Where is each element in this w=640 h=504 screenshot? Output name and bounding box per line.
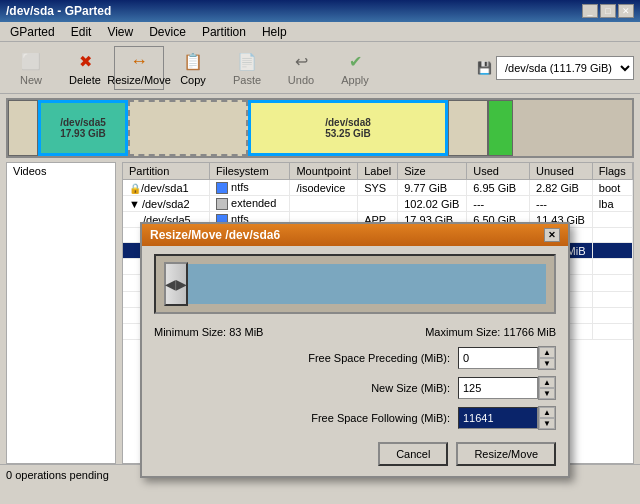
new-size-row: New Size (MiB): ▲ ▼ [154, 376, 556, 400]
sda8-size: 53.25 GiB [325, 128, 371, 139]
resize-icon [130, 49, 148, 72]
hdd-icon: 💾 [477, 61, 492, 75]
delete-icon [79, 49, 92, 72]
copy-icon [183, 49, 203, 72]
middle-block [128, 100, 248, 156]
free-space-following-row: Free Space Following (MiB): ▲ ▼ [154, 406, 556, 430]
free-space-following-input[interactable] [458, 407, 538, 429]
undo-button[interactable]: Undo [276, 46, 326, 90]
modal-title-text: Resize/Move /dev/sda6 [150, 228, 280, 242]
slider-handle[interactable]: ◀▶ [164, 262, 188, 306]
copy-button[interactable]: Copy [168, 46, 218, 90]
menu-edit[interactable]: Edit [65, 24, 98, 40]
min-size-label: Minimum Size: 83 MiB [154, 326, 263, 338]
resize-button[interactable]: Resize/Move [114, 46, 164, 90]
undo-icon [295, 49, 308, 72]
free-space-preceding-input[interactable] [458, 347, 538, 369]
free-space-following-label: Free Space Following (MiB): [154, 412, 458, 424]
free-space-following-down[interactable]: ▼ [539, 418, 555, 429]
paste-icon [237, 49, 257, 72]
sda5-label: /dev/sda5 [60, 117, 106, 128]
toolbar: New Delete Resize/Move Copy Paste Undo A… [0, 42, 640, 94]
resize-modal: Resize/Move /dev/sda6 ✕ ◀▶ Minimum Size:… [140, 222, 570, 478]
free-space-preceding-label: Free Space Preceding (MiB): [154, 352, 458, 364]
resize-slider[interactable]: ◀▶ [154, 254, 556, 314]
status-text: 0 operations pending [6, 469, 109, 481]
new-size-input-group: ▲ ▼ [458, 376, 556, 400]
delete-label: Delete [69, 74, 101, 86]
resize-move-button[interactable]: Resize/Move [456, 442, 556, 466]
new-size-down[interactable]: ▼ [539, 388, 555, 399]
free-space-preceding-input-group: ▲ ▼ [458, 346, 556, 370]
main-content: /dev/sda5 17.93 GiB /dev/sda8 53.25 GiB … [0, 94, 640, 484]
unalloc-right-block [448, 100, 488, 156]
modal-overlay: Resize/Move /dev/sda6 ✕ ◀▶ Minimum Size:… [0, 162, 640, 464]
paste-label: Paste [233, 74, 261, 86]
resize-label: Resize/Move [107, 74, 171, 86]
delete-button[interactable]: Delete [60, 46, 110, 90]
new-button[interactable]: New [6, 46, 56, 90]
free-space-preceding-up[interactable]: ▲ [539, 347, 555, 358]
cancel-button[interactable]: Cancel [378, 442, 448, 466]
apply-button[interactable]: Apply [330, 46, 380, 90]
unalloc-left-block [8, 100, 38, 156]
free-space-preceding-spinner: ▲ ▼ [538, 346, 556, 370]
modal-body: ◀▶ Minimum Size: 83 MiB Maximum Size: 11… [142, 246, 568, 476]
modal-title-bar: Resize/Move /dev/sda6 ✕ [142, 224, 568, 246]
menu-help[interactable]: Help [256, 24, 293, 40]
new-icon [21, 49, 41, 72]
menu-partition[interactable]: Partition [196, 24, 252, 40]
menu-view[interactable]: View [101, 24, 139, 40]
free-space-preceding-row: Free Space Preceding (MiB): ▲ ▼ [154, 346, 556, 370]
close-button[interactable]: ✕ [618, 4, 634, 18]
menu-bar: GParted Edit View Device Partition Help [0, 22, 640, 42]
slider-fill [188, 264, 546, 304]
content-area: Videos Partition Filesystem Mountpoint L… [0, 162, 640, 464]
free-space-preceding-down[interactable]: ▼ [539, 358, 555, 369]
device-dropdown[interactable]: /dev/sda (111.79 GiB) [496, 56, 634, 80]
slider-arrows-icon: ◀▶ [165, 276, 187, 292]
menu-device[interactable]: Device [143, 24, 192, 40]
modal-close-button[interactable]: ✕ [544, 228, 560, 242]
new-label: New [20, 74, 42, 86]
apply-label: Apply [341, 74, 369, 86]
minimize-button[interactable]: _ [582, 4, 598, 18]
modal-buttons: Cancel Resize/Move [154, 436, 556, 468]
device-selector: 💾 /dev/sda (111.79 GiB) [477, 56, 634, 80]
menu-gparted[interactable]: GParted [4, 24, 61, 40]
window-title: /dev/sda - GParted [6, 4, 111, 18]
apply-icon [349, 49, 362, 72]
new-size-input[interactable] [458, 377, 538, 399]
sda5-size: 17.93 GiB [60, 128, 106, 139]
new-size-up[interactable]: ▲ [539, 377, 555, 388]
sda8-label: /dev/sda8 [325, 117, 371, 128]
free-space-following-input-group: ▲ ▼ [458, 406, 556, 430]
new-size-spinner: ▲ ▼ [538, 376, 556, 400]
window-controls: _ □ ✕ [582, 4, 634, 18]
title-bar: /dev/sda - GParted _ □ ✕ [0, 0, 640, 22]
free-space-following-spinner: ▲ ▼ [538, 406, 556, 430]
copy-label: Copy [180, 74, 206, 86]
size-info: Minimum Size: 83 MiB Maximum Size: 11766… [154, 326, 556, 338]
paste-button[interactable]: Paste [222, 46, 272, 90]
end-block [488, 100, 513, 156]
sda8-block[interactable]: /dev/sda8 53.25 GiB [248, 100, 448, 156]
new-size-label: New Size (MiB): [154, 382, 458, 394]
partition-diagram: /dev/sda5 17.93 GiB /dev/sda8 53.25 GiB [6, 98, 634, 158]
maximize-button[interactable]: □ [600, 4, 616, 18]
max-size-label: Maximum Size: 11766 MiB [425, 326, 556, 338]
sda5-block[interactable]: /dev/sda5 17.93 GiB [38, 100, 128, 156]
undo-label: Undo [288, 74, 314, 86]
free-space-following-up[interactable]: ▲ [539, 407, 555, 418]
